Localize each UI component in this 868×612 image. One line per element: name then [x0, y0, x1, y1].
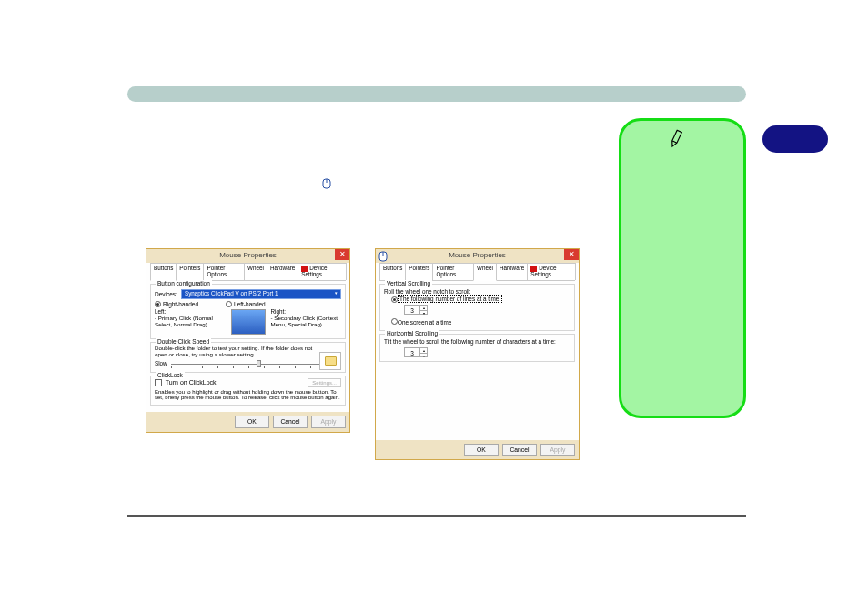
- mouse-properties-dialog-wheel: Mouse Properties ✕ Buttons Pointers Poin…: [375, 248, 580, 460]
- dialog-titlebar: Mouse Properties ✕: [146, 249, 349, 263]
- tab-wheel[interactable]: Wheel: [244, 263, 267, 280]
- group-legend: Double Click Speed: [156, 338, 211, 345]
- vertical-lines-spinner[interactable]: 3 ▴▾: [404, 305, 428, 315]
- section-divider-bottom: [127, 515, 746, 517]
- devices-dropdown-value: Synaptics ClickPad V on PS/2 Port 1: [185, 291, 278, 297]
- tab-buttons[interactable]: Buttons: [379, 263, 406, 280]
- horizontal-chars-spinner[interactable]: 3 ▴▾: [404, 347, 428, 357]
- mouse-control-panel-icon: [322, 178, 331, 187]
- group-legend: Button configuration: [156, 280, 212, 286]
- cancel-button[interactable]: Cancel: [502, 444, 537, 456]
- radio-dot-checked-icon: [155, 301, 161, 307]
- mouse-properties-dialog-buttons: Mouse Properties ✕ Buttons Pointers Poin…: [146, 248, 350, 433]
- close-button[interactable]: ✕: [564, 249, 579, 260]
- group-button-configuration: Button configuration Devices: Synaptics …: [150, 284, 346, 339]
- radio-lines-label: The following number of lines at a time:: [398, 295, 502, 303]
- radio-label: Left-handed: [234, 301, 266, 307]
- spinner-value: 3: [405, 306, 419, 314]
- section-divider-top: [127, 86, 746, 102]
- group-horizontal-scrolling: Horizontal Scrolling Tilt the wheel to s…: [379, 334, 575, 362]
- tab-strip: Buttons Pointers Pointer Options Wheel H…: [379, 263, 575, 281]
- tab-device-settings[interactable]: Device Settings: [527, 263, 576, 280]
- folder-icon: [325, 356, 337, 366]
- tab-strip: Buttons Pointers Pointer Options Wheel H…: [150, 263, 346, 281]
- left-button-desc: - Primary Click (Normal Select, Normal D…: [155, 316, 226, 328]
- radio-dot-icon: [391, 318, 398, 325]
- dblclick-description: Double-click the folder to test your set…: [155, 346, 341, 358]
- clicklock-description: Enables you to highlight or drag without…: [155, 389, 341, 401]
- slider-label-slow: Slow: [155, 361, 167, 367]
- cancel-button[interactable]: Cancel: [273, 416, 308, 427]
- group-vertical-scrolling: Vertical Scrolling Roll the wheel one no…: [379, 284, 575, 331]
- dblclick-test-folder[interactable]: [319, 352, 341, 370]
- radio-lines-at-time[interactable]: The following number of lines at a time:: [391, 296, 502, 302]
- note-callout-box: [619, 118, 746, 418]
- dialog-button-row: OK Cancel Apply: [376, 440, 579, 459]
- group-legend: Horizontal Scrolling: [385, 330, 439, 336]
- pen-icon: [666, 128, 689, 154]
- radio-label: Right-handed: [163, 301, 198, 307]
- tab-device-settings[interactable]: Device Settings: [298, 263, 347, 280]
- group-legend: ClickLock: [156, 372, 185, 378]
- radio-right-handed[interactable]: Right-handed: [155, 301, 198, 307]
- radio-dot-checked-icon: [391, 296, 398, 303]
- group-double-click-speed: Double Click Speed Double-click the fold…: [150, 342, 346, 373]
- clicklock-checkbox[interactable]: [155, 379, 162, 386]
- tab-hardware[interactable]: Hardware: [496, 263, 528, 280]
- dialog-titlebar: Mouse Properties ✕: [376, 249, 579, 263]
- clicklock-settings-button[interactable]: Settings...: [308, 378, 341, 388]
- radio-one-screen[interactable]: One screen at a time: [391, 319, 451, 326]
- dialog-title: Mouse Properties: [449, 252, 506, 260]
- page-accent-pill: [762, 125, 828, 153]
- chevron-down-icon: ▾: [420, 311, 427, 316]
- tab-wheel[interactable]: Wheel: [473, 263, 497, 281]
- spinner-value: 3: [405, 348, 419, 356]
- vertical-scroll-intro: Roll the wheel one notch to scroll:: [384, 288, 570, 295]
- ok-button[interactable]: OK: [464, 444, 499, 456]
- apply-button[interactable]: Apply: [311, 416, 346, 427]
- dialog-button-row: OK Cancel Apply: [146, 412, 349, 431]
- group-clicklock: ClickLock Turn on ClickLock Settings... …: [150, 376, 346, 406]
- slider-thumb-icon: [257, 360, 261, 367]
- tab-buttons[interactable]: Buttons: [150, 263, 177, 281]
- group-legend: Vertical Scrolling: [385, 280, 432, 286]
- dialog-title: Mouse Properties: [219, 252, 277, 260]
- chevron-down-icon: ▾: [420, 354, 427, 358]
- clicklock-toggle-label: Turn on ClickLock: [166, 379, 217, 386]
- radio-screen-label: One screen at a time: [398, 319, 451, 326]
- tab-pointer-options[interactable]: Pointer Options: [203, 263, 245, 280]
- right-button-desc: - Secondary Click (Context Menu, Special…: [271, 316, 342, 328]
- tab-pointers[interactable]: Pointers: [176, 263, 204, 280]
- tab-hardware[interactable]: Hardware: [267, 263, 298, 280]
- ok-button[interactable]: OK: [235, 416, 269, 427]
- devices-dropdown[interactable]: Synaptics ClickPad V on PS/2 Port 1 ▾: [181, 289, 341, 299]
- radio-dot-icon: [226, 301, 232, 307]
- apply-button[interactable]: Apply: [540, 444, 575, 456]
- chevron-down-icon: ▾: [335, 291, 338, 297]
- dblclick-speed-slider[interactable]: [171, 361, 327, 368]
- mouse-icon: [378, 251, 388, 260]
- tab-pointer-options[interactable]: Pointer Options: [432, 263, 474, 280]
- tab-pointers[interactable]: Pointers: [405, 263, 433, 280]
- horizontal-scroll-desc: Tilt the wheel to scroll the following n…: [384, 338, 570, 345]
- devices-label: Devices:: [155, 291, 177, 297]
- radio-left-handed[interactable]: Left-handed: [226, 301, 266, 307]
- close-button[interactable]: ✕: [335, 249, 349, 260]
- touchpad-preview-image: [231, 309, 266, 335]
